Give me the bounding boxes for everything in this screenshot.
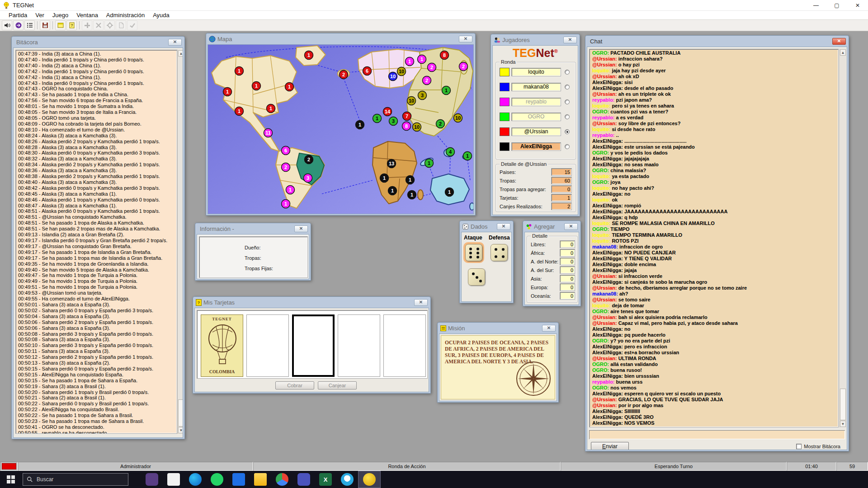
informacion-close-icon[interactable]: ✕ bbox=[294, 225, 308, 232]
troop-marker[interactable]: 1 bbox=[285, 83, 294, 91]
menu-item-partida[interactable]: Partida bbox=[5, 12, 31, 19]
troop-marker[interactable]: 1 bbox=[406, 176, 415, 184]
jugadores-titlebar[interactable]: Jugadores ✕ bbox=[492, 36, 578, 45]
card-slot-1[interactable]: TEGNETCOLOMBIA bbox=[201, 314, 243, 377]
dados-titlebar[interactable]: Dados ✕ bbox=[461, 222, 512, 232]
save-icon[interactable] bbox=[40, 20, 50, 30]
troop-marker[interactable]: 13 bbox=[387, 160, 396, 168]
troop-marker[interactable]: 2 bbox=[282, 163, 290, 172]
teams-icon[interactable] bbox=[297, 473, 310, 486]
world-map[interactable]: 1111111112610141318112210213107810210411… bbox=[208, 45, 473, 214]
troop-marker[interactable]: 7 bbox=[403, 112, 411, 121]
troop-marker[interactable]: 3 bbox=[304, 174, 312, 183]
minimize-button[interactable]: — bbox=[806, 0, 826, 11]
troop-marker[interactable]: 10 bbox=[413, 123, 421, 131]
troop-marker[interactable]: 1 bbox=[305, 51, 313, 60]
start-button[interactable] bbox=[0, 471, 22, 488]
troop-marker[interactable]: 1 bbox=[445, 188, 454, 197]
menu-item-ayuda[interactable]: Ayuda bbox=[149, 12, 174, 19]
troop-marker[interactable]: 2 bbox=[305, 155, 313, 164]
checkbox-box[interactable] bbox=[796, 444, 802, 449]
troop-marker[interactable]: 10 bbox=[454, 114, 462, 122]
troop-marker[interactable]: 3 bbox=[389, 117, 398, 126]
troop-marker[interactable]: 2 bbox=[428, 63, 436, 72]
player-turn-radio[interactable] bbox=[565, 129, 570, 134]
canjear-button[interactable]: Canjear bbox=[318, 381, 357, 389]
troop-marker[interactable]: 1 bbox=[442, 86, 451, 95]
excel-icon[interactable]: X bbox=[319, 473, 332, 486]
nueva-zelanda[interactable] bbox=[470, 203, 473, 210]
chat-scroll-up-icon[interactable]: ▲ bbox=[840, 49, 846, 56]
chat-message-input[interactable] bbox=[589, 430, 845, 439]
player-turn-radio[interactable] bbox=[565, 144, 570, 149]
chat-scroll-thumb[interactable] bbox=[840, 389, 846, 420]
menu-item-ventana[interactable]: Ventana bbox=[72, 12, 102, 19]
troop-marker[interactable]: 1 bbox=[282, 200, 290, 208]
troop-marker[interactable]: 10 bbox=[397, 67, 406, 76]
troop-marker[interactable]: 8 bbox=[440, 51, 449, 60]
troop-marker[interactable]: 1 bbox=[286, 186, 295, 194]
bitacora-close-icon[interactable]: ✕ bbox=[168, 39, 182, 46]
troop-marker[interactable]: 1 bbox=[235, 107, 244, 116]
troop-marker[interactable]: 1 bbox=[380, 174, 389, 183]
cobrar-button[interactable]: Cobrar bbox=[275, 381, 314, 389]
mision-close-icon[interactable]: ✕ bbox=[542, 325, 556, 332]
card-slot-3[interactable] bbox=[292, 314, 335, 377]
scroll-up-icon[interactable]: ▲ bbox=[178, 50, 183, 56]
player-turn-radio[interactable] bbox=[565, 114, 570, 119]
troop-marker[interactable]: 8 bbox=[402, 122, 411, 131]
troop-marker[interactable]: 11 bbox=[264, 129, 273, 137]
troop-marker[interactable]: 2 bbox=[423, 76, 431, 85]
troop-marker[interactable]: 1 bbox=[425, 159, 434, 168]
troop-marker[interactable]: 1 bbox=[267, 104, 275, 113]
troop-marker[interactable]: 6 bbox=[282, 146, 290, 155]
card-slot-4[interactable] bbox=[338, 314, 380, 377]
help-card-icon[interactable]: ? bbox=[66, 20, 77, 30]
troop-marker[interactable]: 1 bbox=[252, 82, 261, 90]
troop-marker[interactable]: 14 bbox=[383, 108, 392, 116]
troop-marker[interactable]: 1 bbox=[463, 152, 472, 160]
taskbar-search[interactable]: Buscar bbox=[23, 473, 128, 486]
player-turn-radio[interactable] bbox=[565, 70, 570, 75]
jugadores-close-icon[interactable]: ✕ bbox=[563, 37, 577, 43]
menu-item-administración[interactable]: Administración bbox=[102, 12, 149, 19]
list-icon[interactable] bbox=[24, 20, 35, 30]
mostrar-bitacora-checkbox[interactable]: Mostrar Bitácora bbox=[796, 444, 840, 449]
troop-marker[interactable]: 1 bbox=[388, 187, 397, 195]
madagascar[interactable] bbox=[418, 190, 423, 200]
troop-marker[interactable]: 2 bbox=[340, 70, 348, 79]
close-button[interactable]: ✕ bbox=[847, 0, 868, 11]
troop-marker[interactable]: 6 bbox=[363, 67, 372, 75]
troop-marker[interactable]: 1 bbox=[418, 55, 426, 64]
troop-marker[interactable]: 10 bbox=[389, 72, 397, 81]
troop-marker[interactable]: 1 bbox=[223, 88, 232, 96]
chrome-icon[interactable] bbox=[276, 473, 288, 486]
maximize-button[interactable]: ▢ bbox=[826, 0, 847, 11]
menu-item-juego[interactable]: Juego bbox=[48, 12, 72, 19]
troop-marker[interactable]: 10 bbox=[407, 97, 416, 105]
chat-scroll-down-icon[interactable]: ▼ bbox=[840, 421, 846, 427]
informacion-titlebar[interactable]: Información - ✕ bbox=[197, 225, 309, 234]
chat-close-icon[interactable]: ✕ bbox=[832, 38, 846, 45]
tegnet-icon[interactable] bbox=[363, 473, 376, 486]
troop-marker[interactable]: 1 bbox=[408, 191, 416, 199]
explorer-icon[interactable] bbox=[254, 473, 267, 486]
enviar-button[interactable]: Enviar bbox=[591, 442, 629, 450]
bitacora-titlebar[interactable]: Bitácora ✕ bbox=[13, 38, 183, 47]
dados-close-icon[interactable]: ✕ bbox=[497, 223, 510, 230]
sound-icon[interactable] bbox=[2, 20, 12, 30]
agregar-titlebar[interactable]: Agregar ✕ bbox=[524, 222, 579, 232]
scroll-thumb[interactable] bbox=[178, 399, 183, 427]
mapa-titlebar[interactable]: Mapa ✕ bbox=[208, 35, 474, 44]
calculator-icon[interactable] bbox=[167, 473, 180, 486]
mapa-close-icon[interactable]: ✕ bbox=[459, 36, 472, 42]
tarjetas-titlebar[interactable]: ? Mis Tarjetas ✕ bbox=[194, 298, 429, 308]
troop-marker[interactable]: 2 bbox=[436, 120, 445, 128]
chat-titlebar[interactable]: Chat ✕ bbox=[587, 37, 847, 47]
player-turn-radio[interactable] bbox=[565, 99, 570, 104]
whatsapp-icon[interactable] bbox=[211, 473, 223, 486]
window-icon[interactable] bbox=[55, 20, 66, 30]
agregar-close-icon[interactable]: ✕ bbox=[564, 223, 578, 230]
player-turn-radio[interactable] bbox=[565, 84, 570, 89]
card-slot-2[interactable] bbox=[246, 314, 289, 377]
